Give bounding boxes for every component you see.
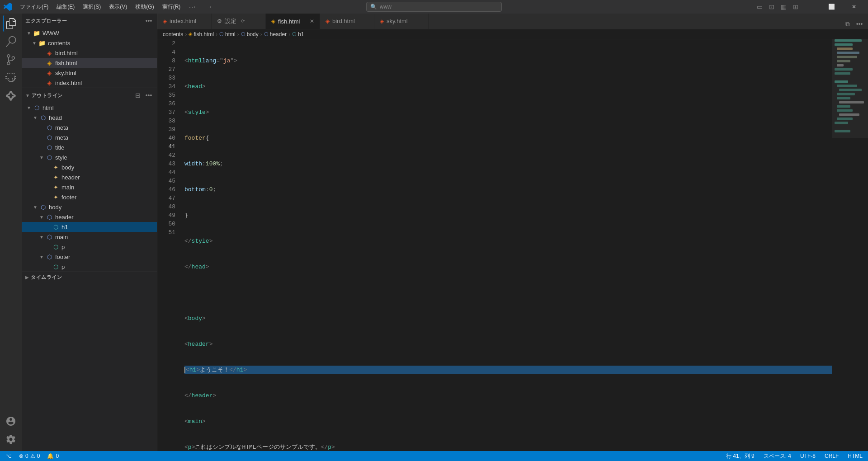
file-sky-html[interactable]: ▶ ◈ sky.html xyxy=(22,68,157,78)
breadcrumb-h1-label: h1 xyxy=(298,31,304,38)
code-line-38 xyxy=(184,288,832,297)
menu-view[interactable]: 表示(V) xyxy=(105,2,131,12)
outline-h1[interactable]: ▶ ⬡ h1 xyxy=(22,222,157,232)
explorer-title: エクスプローラー xyxy=(25,18,67,24)
file-fish-html[interactable]: ▶ ◈ fish.html xyxy=(22,58,157,68)
title-bar-search[interactable]: 🔍 www xyxy=(366,2,502,12)
code-line-4: <head> xyxy=(184,82,832,91)
breadcrumb-header[interactable]: ⬡ header xyxy=(264,31,287,38)
code-content[interactable]: <html lang="ja"> <head> <style> footer {… xyxy=(179,39,832,451)
outline-collapse-all[interactable]: ⊟ xyxy=(133,91,142,100)
tab-bird-html[interactable]: ◈ bird.html xyxy=(320,14,374,29)
outline-body-rule[interactable]: ▶ ✦ body xyxy=(22,162,157,172)
file-index-html[interactable]: ▶ ◈ index.html xyxy=(22,78,157,88)
menu-file[interactable]: ファイル(F) xyxy=(16,2,52,12)
tab-settings[interactable]: ⚙ 設定 ⟳ xyxy=(212,14,266,29)
cursor-position[interactable]: 行 41、列 9 xyxy=(724,451,756,461)
outline-p2-icon: ⬡ xyxy=(52,263,60,270)
breadcrumb-h1[interactable]: ⬡ h1 xyxy=(292,31,304,38)
tab-index-html[interactable]: ◈ index.html xyxy=(157,14,212,29)
language-mode[interactable]: HTML xyxy=(846,451,864,461)
code-line-33: width: 100%; xyxy=(184,160,832,168)
split-editor-button[interactable]: ⧉ xyxy=(843,19,853,29)
encoding[interactable]: UTF-8 xyxy=(798,451,817,461)
outline-html[interactable]: ▼ ⬡ html xyxy=(22,103,157,113)
layout-icon-2[interactable]: ⊡ xyxy=(766,2,777,11)
account-activity-icon[interactable] xyxy=(3,413,19,429)
outline-header-sym[interactable]: ▼ ⬡ header xyxy=(22,212,157,222)
outline-main-rule[interactable]: ▶ ✦ main xyxy=(22,182,157,192)
file-bird-html[interactable]: ▶ ◈ bird.html xyxy=(22,48,157,58)
breadcrumb-contents[interactable]: contents xyxy=(163,31,183,38)
contents-folder[interactable]: ▼ 📁 contents xyxy=(22,38,157,48)
activity-bar xyxy=(0,14,22,451)
forward-button[interactable]: → xyxy=(203,2,215,11)
outline-meta2-icon: ⬡ xyxy=(45,134,53,141)
breadcrumb-fish-html[interactable]: ◈ fish.html xyxy=(189,31,214,38)
maximize-button[interactable]: ⬜ xyxy=(821,0,842,14)
breadcrumb-html[interactable]: ⬡ html xyxy=(219,31,236,38)
breadcrumb-body-icon: ⬡ xyxy=(241,31,245,37)
www-folder[interactable]: ▼ 📁 WWW xyxy=(22,28,157,38)
tab-fish-html[interactable]: ◈ fish.html ✕ xyxy=(266,14,320,29)
tab-sky-html[interactable]: ◈ sky.html xyxy=(374,14,429,29)
breadcrumb-body[interactable]: ⬡ body xyxy=(241,31,259,38)
menu-edit[interactable]: 編集(E) xyxy=(53,2,78,12)
tab-bar: ◈ index.html ⚙ 設定 ⟳ ◈ fish.html ✕ ◈ bird… xyxy=(157,14,868,29)
search-activity-icon[interactable] xyxy=(3,33,19,50)
info-indicator[interactable]: 🔔 0 xyxy=(45,451,61,461)
bird-html-icon: ◈ xyxy=(45,50,53,56)
outline-main-rule-label: main xyxy=(61,184,74,191)
tab-more-button[interactable]: ••• xyxy=(854,19,864,29)
contents-folder-icon: 📁 xyxy=(38,40,46,47)
layout-icon-3[interactable]: ▦ xyxy=(778,2,789,11)
outline-body-sym[interactable]: ▼ ⬡ body xyxy=(22,202,157,212)
timeline-section[interactable]: ▶ タイムライン xyxy=(22,272,157,282)
back-button[interactable]: ← xyxy=(190,2,202,11)
minimize-button[interactable]: — xyxy=(798,0,819,14)
outline-p-2[interactable]: ▶ ⬡ p xyxy=(22,262,157,272)
tab-fish-html-close[interactable]: ✕ xyxy=(310,18,314,24)
outline-toggle[interactable]: ▼ アウトライン xyxy=(25,92,63,99)
code-editor[interactable]: 2 4 8 27 33 34 35 36 37 38 39 40 41 42 4… xyxy=(157,39,868,451)
outline-main-sym-label: main xyxy=(55,234,68,240)
outline-p-1[interactable]: ▶ ⬡ p xyxy=(22,242,157,252)
source-control-activity-icon[interactable] xyxy=(3,52,19,68)
close-button[interactable]: ✕ xyxy=(844,0,864,14)
outline-body-sym-icon: ⬡ xyxy=(39,204,47,211)
line-ending[interactable]: CRLF xyxy=(823,451,840,461)
outline-header: ▼ アウトライン ⊟ ••• xyxy=(22,88,157,103)
outline-html-icon: ⬡ xyxy=(33,104,41,111)
extensions-activity-icon[interactable] xyxy=(3,88,19,104)
menu-go[interactable]: 移動(G) xyxy=(132,2,157,12)
remote-indicator[interactable]: ⌥ xyxy=(4,451,14,461)
code-line-8: <style> xyxy=(184,108,832,117)
layout-icon-4[interactable]: ⊞ xyxy=(790,2,801,11)
menu-run[interactable]: 実行(R) xyxy=(159,2,184,12)
menu-select[interactable]: 選択(S) xyxy=(79,2,104,12)
explorer-activity-icon[interactable] xyxy=(3,15,19,32)
breadcrumb: contents › ◈ fish.html › ⬡ html › ⬡ body… xyxy=(157,29,868,39)
line-numbers: 2 4 8 27 33 34 35 36 37 38 39 40 41 42 4… xyxy=(157,39,179,451)
outline-footer-sym[interactable]: ▼ ⬡ footer xyxy=(22,252,157,262)
indentation[interactable]: スペース: 4 xyxy=(762,451,793,461)
tab-fish-html-label: fish.html xyxy=(278,18,300,25)
outline-header-rule[interactable]: ▶ ✦ header xyxy=(22,172,157,182)
status-bar: ⌥ ⊗ 0 ⚠ 0 🔔 0 行 41、列 9 スペース: 4 UTF-8 CRL… xyxy=(0,451,868,461)
errors-indicator[interactable]: ⊗ 0 ⚠ 0 xyxy=(17,451,42,461)
outline-meta1-icon: ⬡ xyxy=(45,124,53,131)
explorer-more-button[interactable]: ••• xyxy=(144,16,153,25)
outline-meta-1[interactable]: ▶ ⬡ meta xyxy=(22,122,157,132)
outline-head[interactable]: ▼ ⬡ head xyxy=(22,113,157,122)
debug-activity-icon[interactable] xyxy=(3,70,19,86)
outline-main-sym[interactable]: ▼ ⬡ main xyxy=(22,232,157,242)
outline-title-item[interactable]: ▶ ⬡ title xyxy=(22,142,157,152)
outline-style[interactable]: ▼ ⬡ style xyxy=(22,152,157,162)
outline-footer-rule[interactable]: ▶ ✦ footer xyxy=(22,192,157,202)
warning-count: 0 xyxy=(37,453,40,459)
outline-section: ▼ アウトライン ⊟ ••• ▼ ⬡ html ▼ ⬡ head xyxy=(22,88,157,272)
outline-more[interactable]: ••• xyxy=(144,91,153,100)
settings-activity-icon[interactable] xyxy=(3,431,19,447)
outline-meta-2[interactable]: ▶ ⬡ meta xyxy=(22,132,157,142)
layout-icon-1[interactable]: ▭ xyxy=(754,2,765,11)
